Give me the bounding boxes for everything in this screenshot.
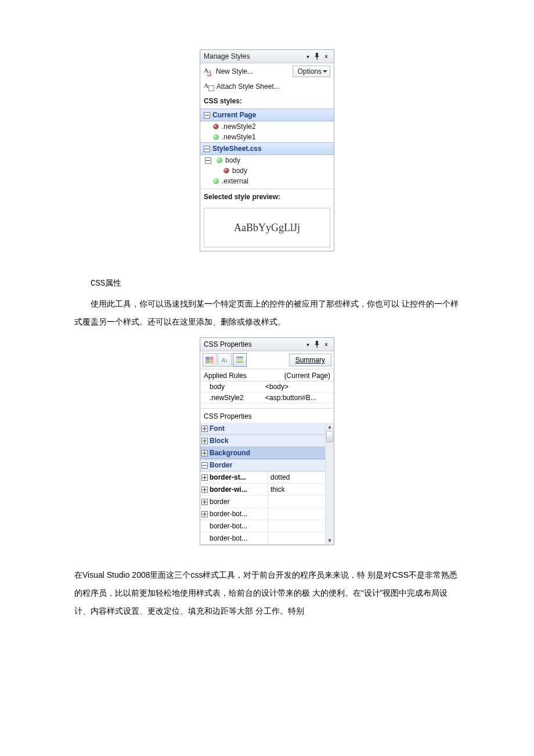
scroll-thumb[interactable] — [326, 431, 333, 442]
scrollbar[interactable]: ▲ ▼ — [325, 423, 334, 545]
collapse-icon[interactable] — [204, 146, 210, 152]
rule-selector: body — [204, 383, 265, 391]
style-bullet-icon — [213, 178, 219, 184]
category-block[interactable]: Block — [200, 435, 325, 447]
pin-icon[interactable] — [313, 340, 321, 348]
property-name: border-st... — [208, 473, 268, 481]
new-style-link[interactable]: New Style... — [204, 67, 293, 76]
new-style-row: New Style... Options — [200, 63, 334, 80]
preview-label: Selected style preview: — [200, 189, 334, 204]
prose-section: 在Visual Studio 2008里面这三个css样式工具，对于前台开发的程… — [74, 566, 460, 620]
property-row[interactable]: border-bot... — [200, 508, 325, 520]
style-item[interactable]: .external — [200, 176, 334, 186]
new-style-label: New Style... — [216, 67, 253, 75]
options-button[interactable]: Options — [293, 66, 330, 77]
props-toolbar: A↓ Summary — [200, 351, 334, 369]
category-background[interactable]: Background — [200, 447, 325, 459]
style-bullet-icon — [217, 157, 222, 163]
property-value[interactable]: dotted — [268, 471, 325, 483]
expand-icon[interactable] — [201, 426, 208, 432]
category-label: Font — [208, 424, 268, 433]
rule-row[interactable]: .newStyle2 <asp:button#B... — [200, 393, 334, 404]
svg-rect-3 — [210, 361, 213, 363]
pin-icon[interactable] — [313, 52, 321, 60]
panel-title-text: CSS Properties — [204, 340, 304, 348]
expand-icon[interactable] — [201, 499, 208, 505]
close-icon[interactable]: × — [322, 340, 330, 348]
manage-styles-panel: Manage Styles ▾ × New Style... Options A… — [200, 49, 334, 251]
css-properties-panel: CSS Properties ▾ × A↓ Summary — [200, 337, 334, 545]
category-font[interactable]: Font — [200, 423, 325, 435]
paragraph: 使用此工具，你可以迅速找到某一个特定页面上的控件的被应用了那些样式，你也可以 让… — [74, 295, 460, 331]
panel-controls: ▾ × — [304, 340, 330, 348]
property-value[interactable]: thick — [268, 484, 325, 495]
attach-stylesheet-icon — [204, 82, 213, 91]
attach-row[interactable]: Attach Style Sheet... — [200, 80, 334, 93]
prose-section: CSS属性 使用此工具，你可以迅速找到某一个特定页面上的控件的被应用了那些样式，… — [74, 275, 460, 330]
options-label: Options — [298, 67, 322, 75]
current-page-label: (Current Page) — [284, 372, 330, 380]
summary-button[interactable]: Summary — [289, 354, 331, 366]
summary-label: Summary — [295, 356, 325, 364]
expand-icon[interactable] — [201, 474, 208, 481]
panel-title-text: Manage Styles — [204, 52, 304, 60]
property-name: border — [208, 498, 268, 506]
group-title: StyleSheet.css — [212, 145, 262, 153]
property-row[interactable]: border-bot... — [200, 532, 325, 545]
rule-element: <body> — [265, 383, 330, 391]
property-name: border-bot... — [208, 510, 268, 518]
property-name: border-wi... — [208, 485, 268, 494]
property-row[interactable]: border-st... dotted — [200, 471, 325, 484]
show-set-button[interactable] — [233, 353, 247, 367]
property-row[interactable]: border-bot... — [200, 520, 325, 532]
property-row[interactable]: border — [200, 496, 325, 508]
expand-icon[interactable] — [201, 450, 208, 456]
svg-rect-4 — [236, 357, 243, 358]
svg-rect-1 — [210, 357, 213, 359]
scroll-down-icon[interactable]: ▼ — [327, 538, 333, 543]
style-item[interactable]: body — [200, 155, 334, 165]
group-current-page[interactable]: Current Page — [200, 109, 334, 121]
expand-icon[interactable] — [201, 511, 208, 517]
svg-rect-6 — [236, 361, 243, 363]
dropdown-icon[interactable]: ▾ — [304, 52, 312, 60]
scroll-up-icon[interactable]: ▲ — [327, 424, 333, 430]
style-preview: AaBbYyGgLlJj — [204, 208, 330, 247]
property-value[interactable] — [268, 532, 325, 544]
panel-titlebar[interactable]: CSS Properties ▾ × — [200, 338, 334, 351]
sort-button[interactable]: A↓ — [218, 353, 232, 367]
paragraph: 在Visual Studio 2008里面这三个css样式工具，对于前台开发的程… — [74, 566, 460, 620]
property-name: border-bot... — [208, 534, 268, 542]
style-bullet-icon — [223, 168, 229, 174]
style-item[interactable]: .newStyle2 — [200, 121, 334, 132]
rule-row[interactable]: body <body> — [200, 381, 334, 393]
style-name: .external — [222, 177, 248, 185]
property-value[interactable] — [268, 496, 325, 507]
rule-selector: .newStyle2 — [204, 394, 265, 402]
collapse-icon[interactable] — [205, 157, 211, 164]
property-name: border-bot... — [208, 522, 268, 530]
close-icon[interactable]: × — [322, 52, 330, 60]
style-item[interactable]: body — [200, 165, 334, 176]
group-stylesheet[interactable]: StyleSheet.css — [200, 142, 334, 155]
document-page: Manage Styles ▾ × New Style... Options A… — [0, 0, 534, 756]
style-name: .newStyle1 — [222, 133, 256, 141]
style-bullet-icon — [213, 134, 219, 140]
categorize-button[interactable] — [203, 353, 217, 367]
style-item[interactable]: .newStyle1 — [200, 132, 334, 142]
property-value[interactable] — [268, 520, 325, 532]
panel-titlebar[interactable]: Manage Styles ▾ × — [200, 50, 334, 63]
category-label: Border — [208, 461, 268, 469]
rule-element: <asp:button#B... — [265, 394, 330, 402]
collapse-icon[interactable] — [201, 462, 208, 469]
dropdown-icon[interactable]: ▾ — [304, 340, 312, 348]
category-border[interactable]: Border — [200, 459, 325, 471]
property-row[interactable]: border-wi... thick — [200, 484, 325, 496]
collapse-icon[interactable] — [204, 112, 210, 118]
expand-icon[interactable] — [201, 438, 208, 444]
style-bullet-icon — [213, 124, 219, 129]
expand-icon[interactable] — [201, 487, 208, 493]
property-value[interactable] — [268, 508, 325, 520]
panel-controls: ▾ × — [304, 52, 330, 60]
svg-rect-5 — [236, 359, 243, 361]
